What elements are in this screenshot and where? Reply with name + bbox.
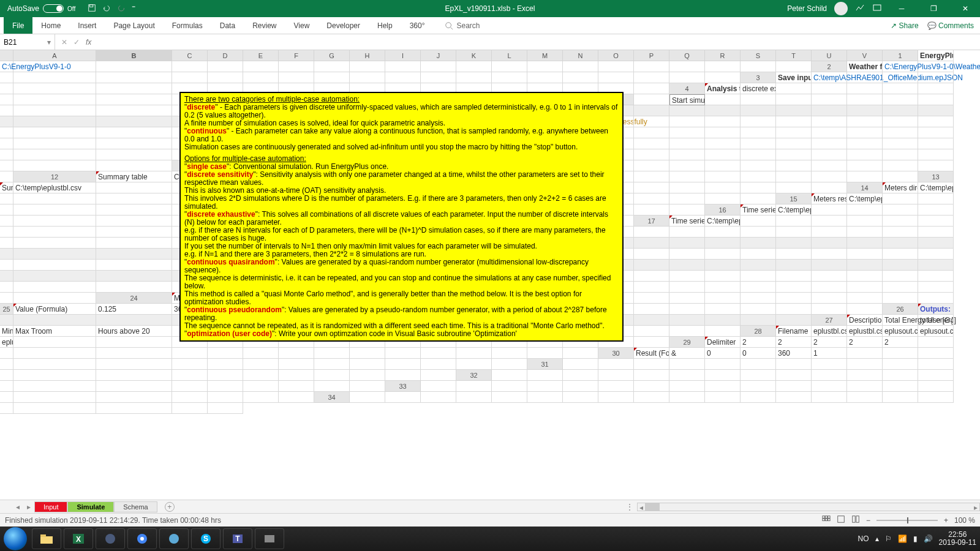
cell[interactable] [598,381,634,392]
cell[interactable] [0,315,13,326]
cell[interactable] [705,94,741,105]
cell[interactable] [883,171,918,182]
cell[interactable] [812,105,847,116]
cell[interactable] [812,182,847,193]
column-header[interactable]: S [741,50,776,61]
cell[interactable] [456,381,492,392]
cell[interactable] [669,72,705,83]
cell[interactable] [918,249,954,260]
cell[interactable] [847,138,883,149]
row-header[interactable]: 15 [776,193,812,204]
cell[interactable] [918,160,954,171]
cell[interactable] [243,348,279,359]
cell[interactable] [385,370,421,381]
cell[interactable] [634,138,669,149]
cell[interactable] [776,293,812,304]
cell[interactable] [883,293,918,304]
taskbar-excel[interactable]: X [64,528,93,549]
row-header[interactable]: 31 [527,359,563,370]
cell[interactable] [634,116,669,127]
tray-chevron-icon[interactable]: ▴ [875,534,879,543]
cell[interactable] [279,359,314,370]
cell[interactable] [669,271,705,282]
cell[interactable] [527,381,563,392]
taskbar-explorer[interactable] [32,528,61,549]
cell[interactable] [705,182,741,193]
cell[interactable]: Analysis type [705,83,741,94]
cell[interactable] [563,359,598,370]
cell[interactable] [350,348,385,359]
cell[interactable] [812,282,847,293]
row-header[interactable]: 27 [812,315,847,326]
cell[interactable] [776,304,812,315]
cell[interactable] [669,326,705,337]
cell[interactable] [883,227,918,238]
cell[interactable] [741,94,776,105]
cell[interactable] [0,238,13,249]
minimize-button[interactable]: ─ [889,0,914,17]
cell[interactable] [492,381,527,392]
cell[interactable] [741,138,776,149]
row-header[interactable]: 12 [13,171,96,182]
cell[interactable] [0,381,13,392]
cell[interactable] [776,160,812,171]
cell[interactable] [350,72,385,83]
cell[interactable] [492,359,527,370]
cell[interactable] [96,160,172,171]
cell[interactable] [776,182,812,193]
cell[interactable] [883,359,918,370]
cancel-icon[interactable]: ✕ [61,38,67,47]
cell[interactable] [669,204,705,216]
cell[interactable] [776,105,812,116]
cell[interactable] [0,160,13,171]
cell[interactable] [847,83,883,94]
row-header[interactable]: 34 [314,392,350,403]
cell[interactable] [883,392,918,403]
tab-data[interactable]: Data [211,17,244,34]
cell[interactable] [634,260,669,271]
tab-developer[interactable]: Developer [318,17,369,34]
cell[interactable] [812,94,847,105]
cell[interactable] [96,216,172,227]
cell[interactable] [883,381,918,392]
cell[interactable] [13,348,96,359]
cell[interactable] [0,249,13,260]
column-header[interactable]: K [456,50,492,61]
cell[interactable] [172,381,208,392]
cell[interactable] [598,392,634,403]
cell[interactable] [812,370,847,381]
cell[interactable] [208,359,243,370]
cell[interactable] [208,370,243,381]
user-name[interactable]: Peter Schild [787,4,827,13]
cell[interactable] [598,72,634,83]
cell[interactable] [563,72,598,83]
cell[interactable]: Summary table [96,171,172,182]
cell[interactable]: Summary table [0,182,13,193]
tray-network-icon[interactable]: 📶 [898,534,907,543]
cell[interactable] [172,403,208,414]
cell[interactable]: 2 [741,337,776,348]
cell[interactable] [563,348,598,359]
share-button[interactable]: ↗ Share [891,21,918,30]
cell[interactable] [456,72,492,83]
column-header[interactable]: M [527,50,563,61]
cell[interactable] [456,348,492,359]
cell[interactable] [13,337,96,348]
cell[interactable] [634,94,669,105]
cell[interactable] [918,127,954,138]
cell[interactable] [883,348,918,359]
cell[interactable]: Total Energy Use [GJ] [883,315,918,326]
cell[interactable] [96,337,172,348]
cell[interactable] [279,370,314,381]
cell[interactable] [776,370,812,381]
cell[interactable] [847,348,883,359]
cell[interactable] [0,138,13,149]
cell[interactable] [96,370,172,381]
cell[interactable] [172,72,208,83]
cell[interactable] [669,381,705,392]
cell[interactable] [96,116,172,127]
tray-clock[interactable]: 22:562019-09-11 [939,531,976,547]
cell[interactable]: Delimiter [705,337,741,348]
cell[interactable] [669,138,705,149]
cell[interactable] [243,72,279,83]
